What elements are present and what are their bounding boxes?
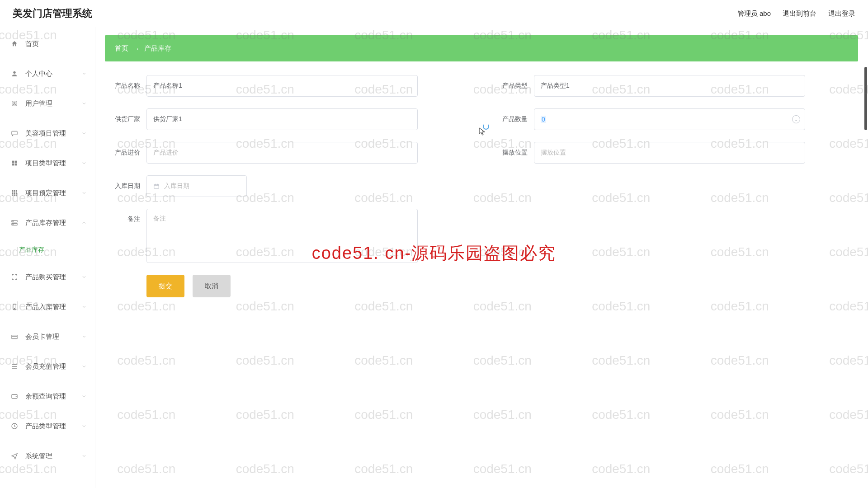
- chevron-down-icon: [81, 394, 87, 399]
- breadcrumb-separator: →: [133, 45, 140, 52]
- grid4-icon: [10, 160, 19, 167]
- chevron-down-icon: [81, 131, 87, 136]
- cancel-button[interactable]: 取消: [193, 275, 231, 297]
- label-in-date: 入库日期: [108, 182, 140, 190]
- expand-icon: [10, 273, 19, 281]
- input-product-name[interactable]: 产品名称1: [146, 75, 418, 97]
- input-remark[interactable]: 备注 ⋰: [146, 209, 418, 263]
- remark-placeholder: 备注: [153, 215, 166, 222]
- svg-point-20: [13, 224, 13, 225]
- input-supplier[interactable]: 供货厂家1: [146, 108, 418, 130]
- svg-rect-14: [12, 194, 13, 196]
- go-frontend-link[interactable]: 退出到前台: [783, 9, 816, 18]
- chevron-down-icon: [81, 364, 87, 369]
- top-header: 美发门店管理系统 管理员 abo 退出到前台 退出登录: [0, 0, 868, 27]
- sidebar-item-1[interactable]: 个人中心: [0, 59, 95, 89]
- svg-rect-16: [16, 194, 17, 196]
- input-location[interactable]: 摆放位置: [534, 142, 805, 164]
- sidebar-item-4[interactable]: 项目类型管理: [0, 148, 95, 178]
- clock-icon: [10, 422, 19, 430]
- svg-rect-5: [15, 161, 17, 163]
- svg-point-2: [14, 102, 15, 103]
- sidebar-item-label: 美容项目管理: [25, 129, 66, 138]
- input-cost[interactable]: 产品进价: [146, 142, 418, 164]
- svg-rect-4: [12, 161, 14, 163]
- breadcrumb-home[interactable]: 首页: [115, 44, 128, 53]
- quantity-stepper-icon[interactable]: ⌄: [792, 115, 800, 123]
- chevron-down-icon: [81, 334, 87, 339]
- label-product-type: 产品类型: [495, 82, 528, 90]
- logout-link[interactable]: 退出登录: [828, 9, 855, 18]
- sidebar-item-label: 会员充值管理: [25, 362, 66, 371]
- submit-button[interactable]: 提交: [146, 275, 184, 297]
- label-product-name: 产品名称: [108, 82, 140, 90]
- main-content: 首页 → 产品库存 产品名称 产品名称1 产品类型 产品类型1 供货厂家 供货厂…: [95, 27, 868, 488]
- sidebar-item-label: 会员卡管理: [25, 333, 59, 341]
- sidebar-item-11[interactable]: 余额查询管理: [0, 381, 95, 411]
- user-icon: [10, 70, 19, 77]
- wallet-icon: [10, 393, 19, 400]
- svg-rect-26: [154, 184, 159, 188]
- product-form: 产品名称 产品名称1 产品类型 产品类型1 供货厂家 供货厂家1 产品数量 0 …: [105, 71, 858, 301]
- vertical-scrollbar-thumb[interactable]: [864, 67, 867, 130]
- svg-rect-9: [14, 190, 15, 192]
- sidebar-item-8[interactable]: 产品入库管理: [0, 292, 95, 322]
- sidebar-item-5[interactable]: 项目预定管理: [0, 178, 95, 208]
- input-quantity[interactable]: 0 ⌄: [534, 108, 805, 130]
- users-icon: [10, 100, 19, 107]
- sidebar-item-7[interactable]: 产品购买管理: [0, 262, 95, 292]
- chevron-down-icon: [81, 101, 87, 106]
- chevron-down-icon: [81, 160, 87, 166]
- input-in-date[interactable]: 入库日期: [146, 175, 247, 197]
- sidebar-item-label: 余额查询管理: [25, 392, 66, 401]
- sidebar-item-13[interactable]: 系统管理: [0, 441, 95, 471]
- label-supplier: 供货厂家: [108, 115, 140, 123]
- chevron-down-icon: [81, 190, 87, 196]
- svg-rect-10: [16, 190, 17, 192]
- input-product-type[interactable]: 产品类型1: [534, 75, 805, 97]
- svg-rect-11: [12, 192, 13, 194]
- svg-point-22: [14, 308, 14, 309]
- grid9-icon: [10, 189, 19, 197]
- breadcrumb: 首页 → 产品库存: [105, 35, 858, 61]
- sidebar-subitem-inventory[interactable]: 产品库存: [19, 238, 95, 262]
- sidebar-item-label: 产品类型管理: [25, 422, 66, 431]
- svg-rect-8: [12, 190, 13, 192]
- sidebar-item-2[interactable]: 用户管理: [0, 89, 95, 118]
- chevron-down-icon: [81, 71, 87, 76]
- sidebar-item-3[interactable]: 美容项目管理: [0, 118, 95, 148]
- calendar-icon: [153, 183, 160, 189]
- sidebar-item-label: 产品购买管理: [25, 273, 66, 282]
- chevron-down-icon: [81, 304, 87, 310]
- svg-rect-3: [12, 131, 17, 135]
- textarea-resize-handle[interactable]: ⋰: [410, 255, 415, 262]
- sidebar-item-9[interactable]: 会员卡管理: [0, 322, 95, 352]
- chevron-down-icon: [81, 274, 87, 280]
- chat-icon: [10, 130, 19, 137]
- home-icon: [10, 40, 19, 47]
- sidebar-item-label: 系统管理: [25, 452, 52, 460]
- sidebar-item-label: 产品库存管理: [25, 219, 66, 227]
- sidebar-item-0[interactable]: 首页: [0, 29, 95, 59]
- sidebar-item-12[interactable]: 产品类型管理: [0, 411, 95, 441]
- sidebar-submenu: 产品库存: [0, 238, 95, 262]
- svg-rect-23: [12, 335, 17, 339]
- server-icon: [10, 219, 19, 226]
- chevron-down-icon: [81, 453, 87, 459]
- current-user-label[interactable]: 管理员 abo: [737, 9, 771, 18]
- chevron-down-icon: [81, 423, 87, 429]
- sidebar-item-label: 项目类型管理: [25, 159, 66, 168]
- sidebar-item-10[interactable]: 会员充值管理: [0, 352, 95, 381]
- svg-point-19: [13, 221, 13, 221]
- sidebar-item-6[interactable]: 产品库存管理: [0, 208, 95, 238]
- svg-rect-6: [12, 164, 14, 166]
- label-remark: 备注: [108, 215, 140, 223]
- header-links: 管理员 abo 退出到前台 退出登录: [737, 9, 855, 18]
- svg-rect-7: [15, 164, 17, 166]
- label-location: 摆放位置: [495, 149, 528, 157]
- svg-rect-12: [14, 192, 15, 194]
- phone-icon: [10, 303, 19, 310]
- sidebar-item-label: 用户管理: [25, 99, 52, 108]
- quantity-value: 0: [541, 116, 546, 123]
- svg-point-0: [13, 71, 15, 74]
